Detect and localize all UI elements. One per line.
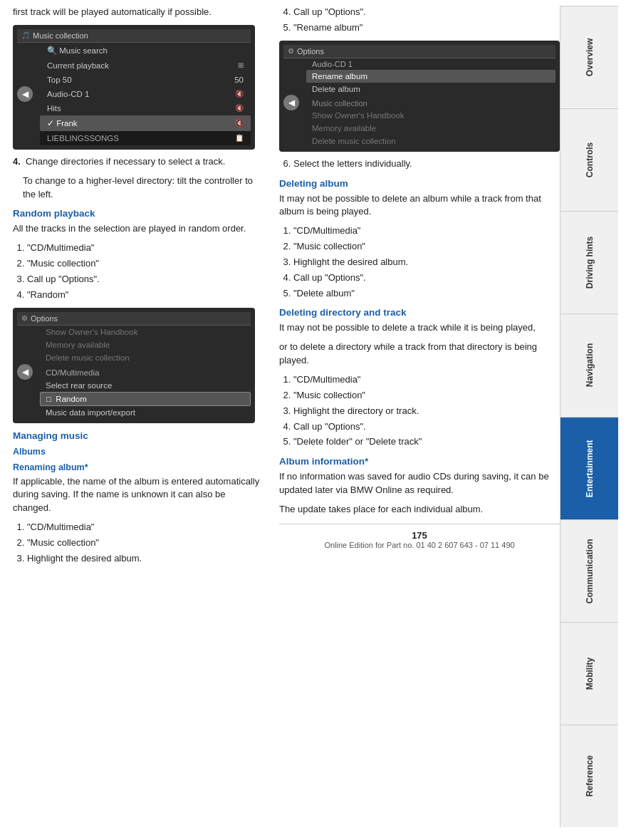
del-album-step-4: Call up "Options". [293,271,560,285]
nav-left-side: ◀ [17,43,37,145]
right-step-5: "Rename album" [293,21,560,35]
deleting-album-text: It may not be possible to delete an albu… [279,192,560,219]
albums-heading: Albums [13,447,264,457]
sidebar-tab-mobility[interactable]: Mobility [560,622,618,725]
random-step-3: Call up "Options". [27,273,264,286]
opt-row-memory: Memory available [40,338,251,351]
music-icon: 🎵 [21,31,30,39]
opt-row-owners: Show Owner's Handbook [40,326,251,338]
sidebar-tab-driving-hints[interactable]: Driving hints [560,211,618,313]
screenshot1-body: 🔍 Music search Current playback ⊞ Top 50… [40,43,251,145]
sidebar-tab-overview[interactable]: Overview [560,6,618,108]
step4-sub: To change to a higher-level directory: t… [23,175,264,202]
managing-heading: Managing music [13,430,264,441]
random-text: All the tracks in the selection are play… [13,222,264,236]
nav-left-btn-3: ◀ [283,95,299,110]
music-collection-section: Music collection [306,98,556,109]
screenshot2-body: Show Owner's Handbook Memory available D… [40,326,251,419]
rename-options-screenshot: ⚙ Options ◀ Audio-CD 1 Rename album Dele… [279,41,560,152]
screenshot1-row-search: 🔍 Music search [40,43,251,58]
edition-text: Online Edition for Part no. 01 40 2 607 … [279,541,560,549]
deleting-dir-text1: It may not be possible to delete a track… [279,321,560,335]
opt-row-random: □ Random [40,392,251,406]
del-album-step-3: Highlight the desired album. [293,256,560,269]
music-collection-screenshot: 🎵 Music collection ◀ 🔍 Music search Curr… [13,25,255,150]
sidebar-tab-reference[interactable]: Reference [560,725,618,827]
screenshot1-row-current: Current playback ⊞ [40,58,251,73]
random-steps-list: "CD/Multimedia" "Music collection" Call … [27,242,264,301]
random-step-1: "CD/Multimedia" [27,242,264,255]
screenshot1-row-top50: Top 50 50 [40,73,251,87]
intro-text: first track will be played automatically… [13,6,264,19]
screenshot1-nav-wrapper: ◀ 🔍 Music search Current playback ⊞ Top … [17,43,251,145]
opt-row-delete-music: Delete music collection [40,351,251,364]
nav-left-btn-2: ◀ [17,364,33,380]
random-heading: Random playback [13,208,264,219]
rename-screenshot-body: Audio-CD 1 Rename album Delete album Mus… [306,58,556,147]
opt-row-music-data: Music data import/export [40,406,251,419]
album-info-heading: Album information* [279,456,560,467]
rename-screenshot-nav: ◀ Audio-CD 1 Rename album Delete album M… [283,58,556,147]
page-number: 175 [279,530,560,541]
nav-left-side-3: ◀ [283,58,303,147]
options-icon: ⚙ [21,314,28,322]
album-info-text1: If no information was saved for audio CD… [279,470,560,497]
del-dir-step-2: "Music collection" [293,389,560,403]
show-owners-row: Show Owner's Handbook [306,109,556,122]
renaming-step-2: "Music collection" [27,536,264,550]
audio-cd-label: Audio-CD 1 [306,58,556,70]
options-screenshot: ⚙ Options ◀ Show Owner's Handbook Memory… [13,308,255,423]
step6-list: Select the letters individually. [293,157,560,171]
delete-album-row: Delete album [306,83,556,95]
sidebar-tab-communication[interactable]: Communication [560,519,618,622]
renaming-heading: Renaming album* [13,462,264,472]
random-step-4: "Random" [27,289,264,302]
sidebar-tab-navigation[interactable]: Navigation [560,313,618,416]
sidebar-tab-entertainment[interactable]: Entertainment [560,417,618,519]
del-dir-step-1: "CD/Multimedia" [293,373,560,387]
album-info-text2: The update takes place for each individu… [279,503,560,517]
opt-row-cdmm-section: CD/Multimedia [40,366,251,379]
deleting-dir-text2: or to delete a directory while a track f… [279,341,560,368]
memory-avail-row: Memory available [306,122,556,135]
options-icon-2: ⚙ [288,47,294,55]
step6-item: Select the letters individually. [293,157,560,171]
deleting-dir-steps: "CD/Multimedia" "Music collection" Highl… [293,373,560,449]
screenshot2-nav-wrapper: ◀ Show Owner's Handbook Memory available… [17,326,251,419]
right-step-4: Call up "Options". [293,6,560,19]
renaming-steps-list: "CD/Multimedia" "Music collection" Highl… [27,521,264,566]
screenshot1-row-audiocd: Audio-CD 1 🔇 [40,87,251,101]
del-dir-step-5: "Delete folder" or "Delete track" [293,435,560,449]
screenshot2-title: ⚙ Options [17,312,251,326]
sidebar: Overview Controls Driving hints Navigati… [560,6,618,827]
footer: 175 Online Edition for Part no. 01 40 2 … [279,524,560,555]
deleting-album-heading: Deleting album [279,178,560,189]
screenshot1-row-lieblings: LIEBLINGSSONGS 📋 [40,131,251,145]
del-album-step-1: "CD/Multimedia" [293,224,560,238]
del-album-step-2: "Music collection" [293,240,560,254]
rename-screenshot-title: ⚙ Options [283,45,556,58]
renaming-step-1: "CD/Multimedia" [27,521,264,534]
opt-row-select-rear: Select rear source [40,379,251,392]
delete-music-coll-row: Delete music collection [306,135,556,147]
deleting-dir-heading: Deleting directory and track [279,307,560,318]
renaming-text: If applicable, the name of the album is … [13,475,264,516]
del-dir-step-4: Call up "Options". [293,420,560,434]
del-album-step-5: "Delete album" [293,287,560,301]
del-dir-step-3: Highlight the directory or track. [293,405,560,418]
step4-text: 4. Change directories if necessary to se… [13,155,264,169]
nav-left-side-2: ◀ [17,326,37,419]
renaming-step-3: Highlight the desired album. [27,552,264,566]
rename-album-row: Rename album [306,70,556,83]
random-step-2: "Music collection" [27,257,264,271]
nav-left-btn: ◀ [17,86,33,102]
screenshot1-row-frank: ✓ Frank 🔇 [40,115,251,131]
screenshot1-row-hits: Hits 🔇 [40,101,251,115]
sidebar-tab-controls[interactable]: Controls [560,108,618,211]
deleting-album-steps: "CD/Multimedia" "Music collection" Highl… [293,224,560,300]
right-steps-top-list: Call up "Options". "Rename album" [293,6,560,35]
screenshot1-title: 🎵 Music collection [17,29,251,43]
